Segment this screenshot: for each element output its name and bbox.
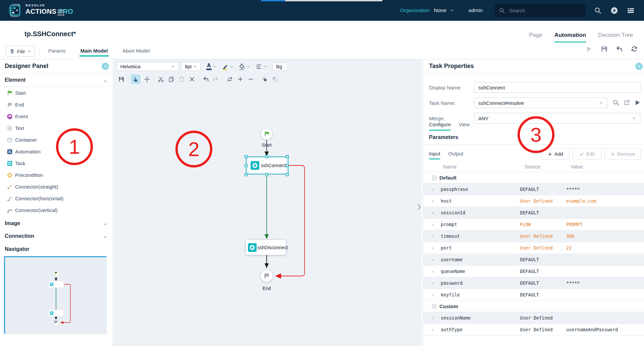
selection-handle[interactable]: [245, 164, 248, 167]
tab-decision-tree[interactable]: Decision Tree: [598, 32, 633, 43]
organization-value[interactable]: None: [434, 7, 446, 13]
swap-connector-icon[interactable]: [226, 75, 233, 83]
search-input[interactable]: [509, 8, 576, 13]
expand-row-icon[interactable]: ›: [432, 257, 434, 262]
expand-row-icon[interactable]: ›: [432, 198, 434, 204]
zoom-out-icon[interactable]: [247, 75, 254, 83]
chevron-down-icon[interactable]: [103, 234, 108, 240]
element-item-precondition[interactable]: Precondition: [0, 169, 113, 181]
tab-page[interactable]: Page: [529, 32, 542, 43]
expand-row-icon[interactable]: ›: [432, 327, 434, 332]
task-name-input[interactable]: sshConnect#resolve: [474, 97, 607, 108]
tab-main-model[interactable]: Main Model: [79, 46, 109, 57]
remove-parameter-button[interactable]: Remove: [604, 148, 641, 160]
collapse-group-icon[interactable]: −: [432, 304, 437, 309]
tab-output[interactable]: Output: [448, 151, 463, 159]
edit-parameter-button[interactable]: Edit: [573, 148, 601, 160]
model-canvas[interactable]: Helvetica 8pt A Bg: [113, 59, 422, 346]
navigator-minimap[interactable]: [4, 256, 107, 334]
element-item-end[interactable]: End: [0, 99, 113, 111]
task-search-icon[interactable]: [612, 99, 620, 106]
element-item-text[interactable]: TText: [0, 122, 113, 134]
expand-row-icon[interactable]: ›: [432, 186, 434, 192]
parameter-row-sessionId[interactable]: ›sessionIdDEFAULT: [423, 207, 644, 219]
organization-chevron-down-icon[interactable]: [449, 8, 454, 13]
parameter-row-authType[interactable]: ›authTypeUser DefinedusernameAndPassword: [423, 324, 644, 336]
parameter-row-port[interactable]: ›portUser Defined22: [423, 242, 644, 254]
tab-configure[interactable]: Configure: [429, 122, 451, 131]
save-icon[interactable]: [600, 45, 608, 53]
task-node-sshconnect[interactable]: sshConnect: [249, 158, 286, 172]
element-item-connector-horizontal[interactable]: Connector(horizontal): [0, 193, 113, 204]
save-icon[interactable]: [117, 75, 125, 83]
chevron-up-icon[interactable]: [103, 78, 108, 84]
parameter-row-timeout[interactable]: ›timeoutUser Defined300: [423, 230, 644, 242]
element-item-task[interactable]: Task: [0, 157, 113, 169]
expand-row-icon[interactable]: ›: [432, 233, 434, 239]
tab-view[interactable]: View: [459, 122, 470, 131]
font-size-select[interactable]: 8pt: [181, 62, 201, 71]
parameter-row-sessionName[interactable]: ›sessionNameUser Defined: [423, 312, 644, 324]
task-node-sshdisconnect[interactable]: sshDisconnect: [246, 240, 286, 255]
parameter-row-host[interactable]: ›hostUser Definedexample.com: [423, 195, 644, 207]
chevron-down-icon[interactable]: [103, 222, 108, 227]
file-menu-button[interactable]: File: [6, 46, 35, 57]
global-search-box[interactable]: [495, 4, 585, 17]
expand-row-icon[interactable]: ›: [432, 315, 434, 321]
tab-input[interactable]: Input: [429, 151, 440, 159]
selection-handle[interactable]: [245, 155, 248, 158]
search-button-icon[interactable]: [594, 7, 602, 14]
element-item-start[interactable]: Start: [0, 87, 113, 99]
element-item-connector-vertical[interactable]: Connector(vertical): [0, 204, 113, 216]
tab-automation[interactable]: Automation: [554, 32, 586, 43]
parameter-row-prompt[interactable]: ›promptFLOWPROMPT: [423, 219, 644, 230]
expand-row-icon[interactable]: ›: [432, 210, 434, 215]
move-icon[interactable]: [143, 75, 151, 83]
tab-params[interactable]: Params: [47, 46, 67, 57]
copy-icon[interactable]: [167, 75, 175, 83]
bring-front-icon[interactable]: [261, 75, 268, 83]
parameter-row-queueName[interactable]: ›queueNameDEFAULT: [423, 266, 644, 277]
collapse-panel-button[interactable]: [102, 63, 109, 70]
expand-row-icon[interactable]: ›: [432, 292, 434, 297]
undo-icon[interactable]: [202, 75, 209, 83]
start-node[interactable]: [261, 128, 272, 140]
pan-pointer-icon[interactable]: [131, 75, 140, 84]
end-node[interactable]: [261, 270, 273, 282]
send-back-icon[interactable]: [271, 75, 278, 83]
run-play-circle-icon[interactable]: [610, 7, 618, 14]
undo-icon[interactable]: [615, 45, 623, 53]
zoom-in-icon[interactable]: [236, 75, 244, 83]
expand-row-icon[interactable]: ›: [432, 280, 434, 286]
selection-handle[interactable]: [265, 155, 268, 158]
parameter-row-keyfile[interactable]: ›keyfileDEFAULT: [423, 289, 644, 301]
user-menu[interactable]: admin: [469, 7, 483, 13]
expand-row-icon[interactable]: ›: [432, 245, 434, 251]
collapse-properties-button[interactable]: [635, 63, 643, 70]
expand-row-icon[interactable]: ›: [432, 268, 434, 274]
cut-icon[interactable]: [157, 75, 164, 83]
display-name-input[interactable]: sshConnect: [474, 82, 640, 93]
selection-handle[interactable]: [286, 164, 289, 167]
align-button[interactable]: [256, 62, 267, 71]
parameter-row-passphrase[interactable]: ›passphraseDEFAULT*****: [423, 184, 644, 195]
element-item-event[interactable]: Event: [0, 111, 113, 122]
execute-play-icon[interactable]: [585, 45, 593, 53]
menu-list-icon[interactable]: [627, 7, 635, 14]
expand-row-icon[interactable]: ›: [432, 221, 434, 227]
selection-handle[interactable]: [245, 173, 248, 176]
merge-select[interactable]: ANY: [474, 113, 640, 124]
font-color-button[interactable]: A: [206, 62, 217, 71]
highlight-color-button[interactable]: [221, 62, 234, 71]
delete-icon[interactable]: [188, 75, 196, 83]
fill-color-button[interactable]: [238, 62, 251, 71]
refresh-icon[interactable]: [631, 45, 638, 53]
redo-icon[interactable]: [212, 75, 220, 83]
run-task-icon[interactable]: [634, 99, 641, 106]
element-item-connector-straight[interactable]: Connector(straight): [0, 181, 113, 193]
parameter-row-password[interactable]: ›passwordDEFAULT*****: [423, 277, 644, 289]
bg-select[interactable]: Bg: [272, 62, 288, 71]
app-launcher-icon[interactable]: [57, 9, 64, 16]
selection-handle[interactable]: [286, 155, 289, 158]
tab-abort-model[interactable]: Abort Model: [121, 46, 151, 57]
